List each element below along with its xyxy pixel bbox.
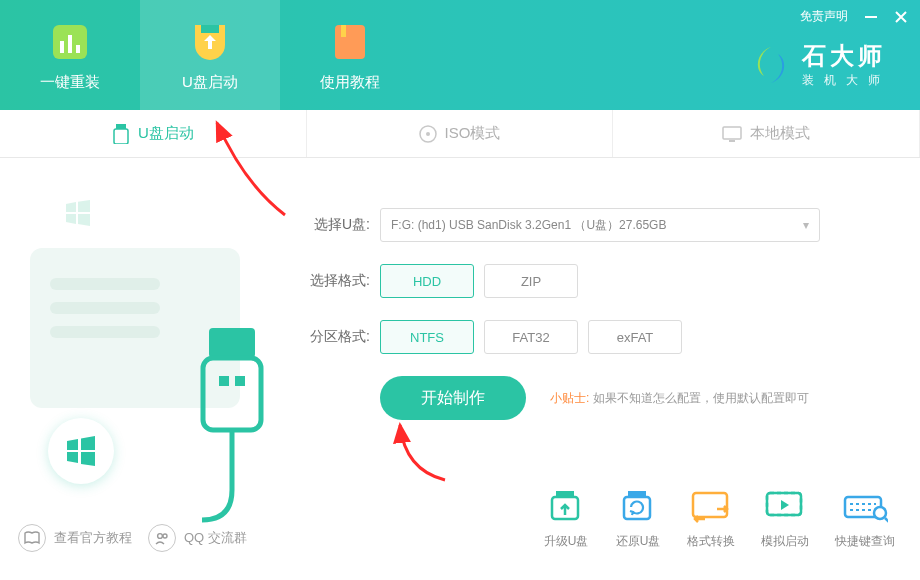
convert-icon: [688, 489, 734, 525]
partition-label: 分区格式:: [300, 328, 380, 346]
illustration-panel: [0, 158, 300, 520]
disk-value: F:G: (hd1) USB SanDisk 3.2Gen1 （U盘）27.65…: [391, 217, 666, 234]
label: 模拟启动: [761, 533, 809, 550]
label: 格式转换: [687, 533, 735, 550]
label: 升级U盘: [544, 533, 589, 550]
nav-reinstall[interactable]: 一键重装: [0, 0, 140, 110]
svg-rect-4: [76, 45, 80, 53]
svg-rect-17: [235, 376, 245, 386]
simulate-boot-button[interactable]: 模拟启动: [761, 489, 809, 550]
tip-text: 小贴士: 如果不知道怎么配置，使用默认配置即可: [550, 390, 809, 407]
qq-group-link[interactable]: QQ 交流群: [148, 524, 247, 552]
tab-iso[interactable]: ISO模式: [307, 110, 614, 157]
minimize-button[interactable]: [864, 10, 878, 24]
partition-ntfs-option[interactable]: NTFS: [380, 320, 474, 354]
brand-logo-icon: [750, 44, 792, 86]
nav-usb-boot[interactable]: U盘启动: [140, 0, 280, 110]
svg-rect-16: [219, 376, 229, 386]
format-hdd-option[interactable]: HDD: [380, 264, 474, 298]
form-area: 选择U盘: F:G: (hd1) USB SanDisk 3.2Gen1 （U盘…: [300, 158, 920, 520]
windows-icon: [58, 193, 98, 233]
restore-icon: [615, 489, 661, 525]
disk-label: 选择U盘:: [300, 216, 380, 234]
brand-name: 石大师: [802, 40, 890, 72]
restore-usb-button[interactable]: 还原U盘: [615, 489, 661, 550]
svg-point-30: [158, 534, 163, 539]
official-tutorial-link[interactable]: 查看官方教程: [18, 524, 132, 552]
app-header: 免责声明 一键重装 U盘启动 使用教程 石大师 装机大师: [0, 0, 920, 110]
label: 还原U盘: [616, 533, 661, 550]
footer-links: 查看官方教程 QQ 交流群: [18, 524, 247, 552]
svg-rect-7: [341, 25, 346, 37]
close-button[interactable]: [894, 10, 908, 24]
svg-rect-13: [729, 140, 735, 142]
svg-rect-22: [693, 493, 727, 517]
monitor-icon: [722, 126, 742, 142]
upgrade-usb-button[interactable]: 升级U盘: [543, 489, 589, 550]
usb-shield-icon: [187, 19, 233, 65]
partition-fat32-option[interactable]: FAT32: [484, 320, 578, 354]
tab-label: U盘启动: [138, 124, 194, 143]
svg-line-29: [885, 518, 888, 522]
start-button[interactable]: 开始制作: [380, 376, 526, 420]
book-open-icon: [18, 524, 46, 552]
brand-sub: 装机大师: [802, 72, 890, 89]
mode-tabs: U盘启动 ISO模式 本地模式: [0, 110, 920, 158]
format-zip-option[interactable]: ZIP: [484, 264, 578, 298]
nav-tutorial[interactable]: 使用教程: [280, 0, 420, 110]
windows-badge-icon: [48, 418, 114, 484]
svg-rect-0: [865, 16, 877, 18]
hotkey-lookup-button[interactable]: 快捷键查询: [835, 489, 895, 550]
window-controls: 免责声明: [800, 8, 908, 25]
people-icon: [148, 524, 176, 552]
simulate-icon: [762, 489, 808, 525]
tab-label: ISO模式: [445, 124, 501, 143]
tab-label: 本地模式: [750, 124, 810, 143]
nav-label: 一键重装: [40, 73, 100, 92]
svg-rect-12: [723, 127, 741, 139]
label: QQ 交流群: [184, 529, 247, 547]
bottom-actions: 升级U盘 还原U盘 格式转换 模拟启动 快捷键查询: [543, 489, 895, 550]
usb-icon: [112, 124, 130, 144]
upgrade-icon: [543, 489, 589, 525]
format-convert-button[interactable]: 格式转换: [687, 489, 735, 550]
svg-rect-3: [68, 35, 72, 53]
svg-point-28: [874, 507, 886, 519]
partition-exfat-option[interactable]: exFAT: [588, 320, 682, 354]
tab-usb-boot[interactable]: U盘启动: [0, 110, 307, 157]
usb-cable-icon: [195, 328, 275, 548]
bar-chart-icon: [47, 19, 93, 65]
format-label: 选择格式:: [300, 272, 380, 290]
svg-rect-2: [60, 41, 64, 53]
svg-rect-5: [201, 25, 219, 33]
disc-icon: [419, 125, 437, 143]
tab-local[interactable]: 本地模式: [613, 110, 920, 157]
book-icon: [327, 19, 373, 65]
nav-label: 使用教程: [320, 73, 380, 92]
svg-rect-6: [335, 25, 365, 59]
svg-rect-21: [624, 497, 650, 519]
nav-label: U盘启动: [182, 73, 238, 92]
main-content: 选择U盘: F:G: (hd1) USB SanDisk 3.2Gen1 （U盘…: [0, 158, 920, 520]
svg-rect-9: [114, 129, 128, 144]
disclaimer-link[interactable]: 免责声明: [800, 8, 848, 25]
svg-point-31: [163, 534, 167, 538]
label: 快捷键查询: [835, 533, 895, 550]
svg-rect-14: [209, 328, 255, 358]
tip-highlight: 小贴士:: [550, 391, 589, 405]
svg-point-11: [426, 132, 430, 136]
keyboard-search-icon: [842, 489, 888, 525]
svg-rect-15: [203, 358, 261, 430]
label: 查看官方教程: [54, 529, 132, 547]
chevron-down-icon: ▾: [803, 218, 809, 232]
brand: 石大师 装机大师: [750, 40, 890, 89]
disk-select[interactable]: F:G: (hd1) USB SanDisk 3.2Gen1 （U盘）27.65…: [380, 208, 820, 242]
